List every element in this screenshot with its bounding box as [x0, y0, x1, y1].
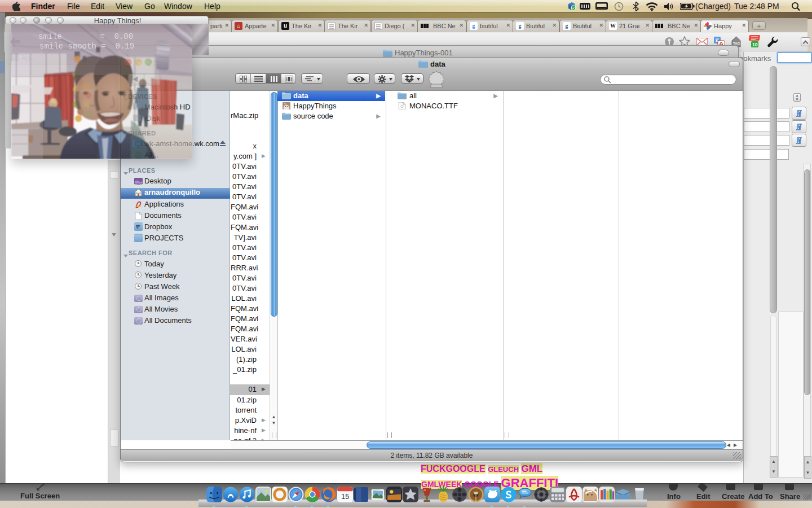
- svg-text:15: 15: [341, 493, 349, 501]
- svg-text:iDisk: iDisk: [144, 114, 161, 122]
- svg-text:All...: All...: [144, 151, 158, 159]
- svg-text:wk-amst-home: wk-amst-home: [144, 139, 192, 148]
- svg-text:10: 10: [752, 42, 758, 47]
- svg-text:smile smooth = 0.19: smile smooth = 0.19: [39, 42, 134, 51]
- svg-text:DEVICES: DEVICES: [128, 93, 157, 100]
- svg-text:SHARED: SHARED: [128, 130, 156, 137]
- svg-text:smile = 0.00: smile = 0.00: [38, 32, 133, 41]
- svg-text:Macintosh HD: Macintosh HD: [144, 103, 191, 111]
